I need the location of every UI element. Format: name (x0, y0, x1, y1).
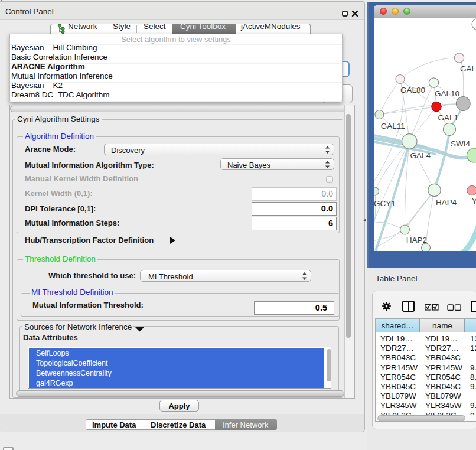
svg-text:GAL80: GAL80 (400, 86, 425, 94)
svg-text:GAL4: GAL4 (410, 151, 431, 160)
svg-text:Y: Y (472, 197, 476, 206)
svg-text:GAL1: GAL1 (438, 113, 458, 122)
svg-text:GAL10: GAL10 (435, 89, 459, 98)
svg-text:HAP2: HAP2 (406, 236, 427, 244)
svg-text:SWI4: SWI4 (451, 139, 470, 148)
svg-text:GAL11: GAL11 (381, 122, 405, 131)
svg-text:GAL7: GAL7 (460, 64, 476, 73)
svg-text:HAP4: HAP4 (436, 198, 457, 207)
svg-text:GCY1: GCY1 (374, 199, 396, 208)
